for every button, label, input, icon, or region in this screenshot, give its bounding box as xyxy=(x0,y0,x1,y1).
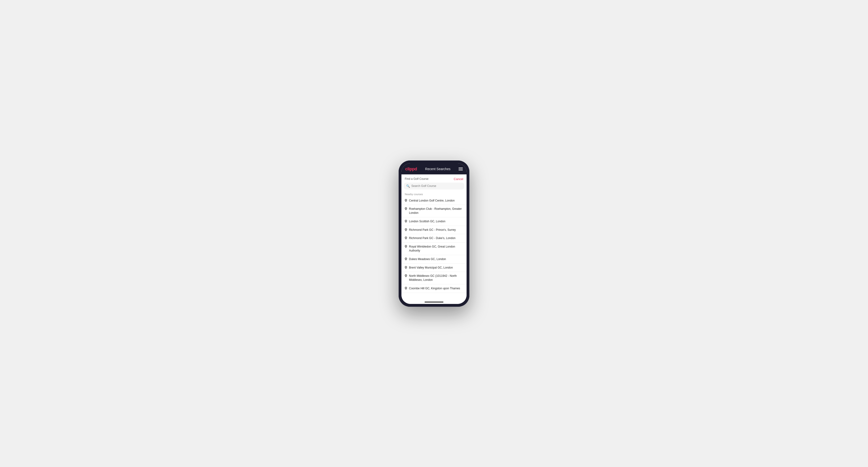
course-list: Central London Golf Centre, London Roeha… xyxy=(401,196,467,300)
location-pin-icon xyxy=(405,287,407,290)
location-pin-icon xyxy=(405,228,407,232)
list-item[interactable]: London Scottish GC, London xyxy=(401,217,467,226)
nav-title: Recent Searches xyxy=(425,167,450,171)
location-pin-icon xyxy=(405,274,407,278)
location-pin-icon xyxy=(405,257,407,261)
menu-icon[interactable] xyxy=(459,167,463,170)
list-item[interactable]: Richmond Park GC - Prince's, Surrey xyxy=(401,226,467,234)
course-name: Roehampton Club - Roehampton, Greater Lo… xyxy=(409,207,463,215)
location-pin-icon xyxy=(405,245,407,248)
search-box[interactable]: 🔍 xyxy=(404,183,464,189)
course-name: London Scottish GC, London xyxy=(409,219,445,223)
search-icon: 🔍 xyxy=(406,184,410,188)
search-input[interactable] xyxy=(411,184,462,188)
top-nav: clippd Recent Searches xyxy=(401,163,467,175)
course-name: Coombe Hill GC, Kingston upon Thames xyxy=(409,286,460,290)
list-item[interactable]: Roehampton Club - Roehampton, Greater Lo… xyxy=(401,205,467,217)
content-area: Find a Golf Course Cancel 🔍 Nearby cours… xyxy=(401,175,467,300)
course-name: North Middlesex GC (1011942 - North Midd… xyxy=(409,274,463,282)
find-header: Find a Golf Course Cancel xyxy=(401,175,467,183)
list-item[interactable]: Royal Wimbledon GC, Great London Authori… xyxy=(401,243,467,255)
phone-device: clippd Recent Searches Find a Golf Cours… xyxy=(399,160,469,307)
menu-bar-2 xyxy=(459,169,463,169)
menu-bar-1 xyxy=(459,167,463,168)
app-logo: clippd xyxy=(405,166,417,172)
cancel-button[interactable]: Cancel xyxy=(454,177,463,181)
list-item[interactable]: North Middlesex GC (1011942 - North Midd… xyxy=(401,272,467,284)
location-pin-icon xyxy=(405,266,407,270)
location-pin-icon xyxy=(405,220,407,223)
course-name: Dukes Meadows GC, London xyxy=(409,257,446,261)
nearby-courses-label: Nearby courses xyxy=(401,191,467,196)
course-name: Central London Golf Centre, London xyxy=(409,199,455,203)
course-name: Brent Valley Municipal GC, London xyxy=(409,266,453,270)
list-item[interactable]: Central London Golf Centre, London xyxy=(401,196,467,205)
list-item[interactable]: Dukes Meadows GC, London xyxy=(401,255,467,263)
course-name: Richmond Park GC - Prince's, Surrey xyxy=(409,228,456,232)
location-pin-icon xyxy=(405,207,407,211)
list-item[interactable]: Brent Valley Municipal GC, London xyxy=(401,263,467,272)
list-item[interactable]: Coombe Hill GC, Kingston upon Thames xyxy=(401,284,467,293)
location-pin-icon xyxy=(405,237,407,240)
menu-bar-3 xyxy=(459,170,463,170)
list-item[interactable]: Richmond Park GC - Duke's, London xyxy=(401,234,467,243)
phone-screen: clippd Recent Searches Find a Golf Cours… xyxy=(401,163,467,304)
home-indicator xyxy=(401,300,467,304)
home-bar xyxy=(425,302,443,303)
course-name: Richmond Park GC - Duke's, London xyxy=(409,236,456,240)
location-pin-icon xyxy=(405,199,407,203)
course-name: Royal Wimbledon GC, Great London Authori… xyxy=(409,245,463,253)
find-label: Find a Golf Course xyxy=(405,177,429,181)
